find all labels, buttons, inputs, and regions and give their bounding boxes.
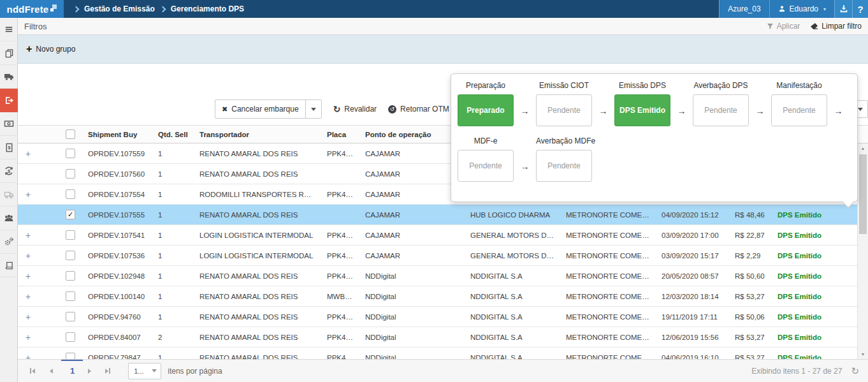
expand-row-icon[interactable]: + (18, 271, 41, 281)
table-row[interactable]: +OPRDEV.947601RENATO AMARAL DOS REISPPK4… (18, 307, 857, 327)
cell-col_b: METRONORTE COMERCIAL DE V... (561, 313, 656, 321)
scroll-down-icon[interactable]: ▼ (858, 349, 868, 359)
last-page-button[interactable] (101, 364, 115, 378)
table-row[interactable]: +OPRDEV.840072RENATO AMARAL DOS REISPPK4… (18, 327, 857, 348)
current-page-number[interactable]: 1 (70, 366, 75, 376)
cell-placa: MWB8632 (322, 293, 360, 300)
cell-qtd: 2 (153, 334, 194, 341)
workflow-step-label: Emissão CIOT (536, 81, 592, 90)
return-otm-button[interactable]: ↺ Retornar OTM (388, 105, 449, 114)
cell-placa: PPK4598 (322, 231, 360, 239)
vertical-scrollbar[interactable]: ▲ ▼ (857, 143, 868, 359)
cell-status: DPS Emitido (772, 293, 857, 300)
cell-transportador: RENATO AMARAL DOS REIS (194, 272, 322, 280)
apply-filter-button[interactable]: Aplicar (767, 22, 800, 31)
cell-transportador: RENATO AMARAL DOS REIS (194, 354, 322, 360)
row-checkbox[interactable] (66, 291, 75, 301)
expand-row-icon[interactable]: + (18, 332, 41, 342)
row-checkbox[interactable] (66, 251, 75, 260)
x-icon: ✖ (222, 105, 228, 114)
cell-qtd: 1 (153, 211, 194, 219)
table-row[interactable]: +OPRDEV.1001401RENATO AMARAL DOS REISMWB… (18, 286, 857, 307)
cell-data: 19/11/2019 17:11 (656, 313, 730, 321)
column-header-transportador[interactable]: Transportador (194, 131, 322, 138)
items-summary: Exibindo itens 1 - 27 de 27 (751, 367, 842, 376)
row-checkbox[interactable] (66, 312, 75, 321)
sidebar-menu-button[interactable] (0, 18, 18, 41)
checkbox-cell (41, 169, 83, 179)
top-bar-right: Azure_03 Eduardo ▾ ? (719, 0, 868, 18)
row-checkbox[interactable] (66, 353, 75, 359)
row-checkbox[interactable] (66, 332, 75, 342)
breadcrumb-item-gerenciamento[interactable]: Gerenciamento DPS (171, 4, 244, 13)
breadcrumb-item-gestao[interactable]: Gestão de Emissão (84, 4, 155, 13)
user-menu[interactable]: Eduardo ▾ (769, 0, 834, 18)
row-checkbox[interactable] (66, 149, 75, 158)
page-size-select[interactable]: 1... (128, 363, 161, 379)
cell-qtd: 1 (153, 354, 194, 360)
scrollbar-thumb[interactable] (859, 154, 867, 234)
column-header-shipment-buy[interactable]: Shipment Buy (83, 131, 153, 138)
download-button[interactable] (834, 0, 852, 18)
row-checkbox[interactable] (66, 169, 75, 179)
help-button[interactable]: ? (852, 0, 868, 18)
expand-row-icon[interactable]: + (18, 312, 41, 322)
sidebar-item-settings[interactable] (0, 230, 18, 254)
sidebar-item-users[interactable] (0, 207, 18, 230)
filter-funnel-icon (767, 23, 774, 30)
sidebar-item-truck[interactable] (0, 65, 18, 89)
sidebar-item-banknote[interactable] (0, 112, 18, 136)
new-group-button[interactable]: + Novo grupo (26, 44, 75, 54)
table-row[interactable]: +OPRDEV.1075361LOGIN LOGISTICA INTERMODA… (18, 246, 857, 266)
cell-qtd: 1 (153, 170, 194, 178)
cell-qtd: 1 (153, 191, 194, 198)
sidebar-item-copy[interactable] (0, 41, 18, 65)
expand-row-icon[interactable]: + (18, 230, 41, 240)
expand-row-icon[interactable]: + (18, 291, 41, 302)
sidebar-item-invoice[interactable]: $ (0, 136, 18, 159)
column-header-placa[interactable]: Placa (322, 131, 360, 138)
cancel-shipment-button[interactable]: ✖ Cancelar embarque (215, 100, 305, 118)
table-row[interactable]: +OPRDEV.1029481RENATO AMARAL DOS REISPPK… (18, 266, 857, 286)
top-bar: nddFrete Gestão de Emissão Gerenciamento… (0, 0, 868, 18)
sidebar-item-truck-outline[interactable] (0, 183, 18, 207)
previous-page-button[interactable] (44, 364, 58, 378)
clear-filter-button[interactable]: Limpar filtro (810, 22, 862, 31)
expand-row-icon[interactable]: + (18, 189, 41, 200)
scroll-up-icon[interactable]: ▲ (858, 143, 868, 153)
column-header-ponto-de-opera-o[interactable]: Ponto de operação (360, 131, 465, 138)
person-icon (778, 5, 786, 13)
column-header-qtd-sell[interactable]: Qtd. Sell (153, 131, 194, 138)
app-logo[interactable]: nddFrete (0, 0, 64, 18)
row-checkbox[interactable] (66, 189, 75, 199)
expand-row-icon[interactable]: + (18, 251, 41, 261)
cell-transportador: RENATO AMARAL DOS REIS (194, 334, 322, 341)
menu-icon (4, 25, 13, 34)
next-page-button[interactable] (82, 364, 96, 378)
select-all-checkbox[interactable] (66, 129, 75, 139)
sidebar-item-emission-active[interactable] (0, 89, 18, 112)
cancel-shipment-dropdown-toggle[interactable] (305, 100, 321, 118)
row-checkbox[interactable]: ✓ (66, 210, 75, 219)
table-row[interactable]: ✓OPRDEV.1075551RENATO AMARAL DOS REISCAJ… (18, 205, 857, 225)
chevron-right-icon (159, 6, 166, 13)
row-checkbox[interactable] (66, 230, 75, 240)
cell-col_a: NDDIGITAL S.A (465, 313, 561, 321)
copy-icon (4, 48, 14, 58)
row-checkbox[interactable] (66, 271, 75, 281)
workflow-step-mdf-e: MDF-ePendente (458, 136, 514, 182)
cell-shipment: OPRDEV.79847 (83, 354, 153, 360)
first-page-button[interactable] (25, 364, 40, 378)
table-row[interactable]: +OPRDEV.1075411LOGIN LOGISTICA INTERMODA… (18, 225, 857, 246)
refresh-icon[interactable]: ↻ (851, 366, 859, 376)
cell-col_a: NDDIGITAL S.A (465, 354, 561, 360)
arrow-right-icon: → (670, 107, 693, 126)
expand-row-icon[interactable]: + (18, 353, 41, 360)
workflow-step-averba-o-dps: Averbação DPSPendente (693, 81, 749, 126)
sidebar-item-book[interactable] (0, 254, 18, 277)
table-row[interactable]: +OPRDEV.798471RENATO AMARAL DOS REISPPK4… (18, 348, 857, 359)
sidebar-item-money-refresh[interactable]: $ (0, 159, 18, 183)
revalidate-button[interactable]: ↻ Revalidar (333, 105, 377, 114)
expand-row-icon[interactable]: + (18, 149, 41, 159)
next-page-icon (88, 369, 91, 374)
